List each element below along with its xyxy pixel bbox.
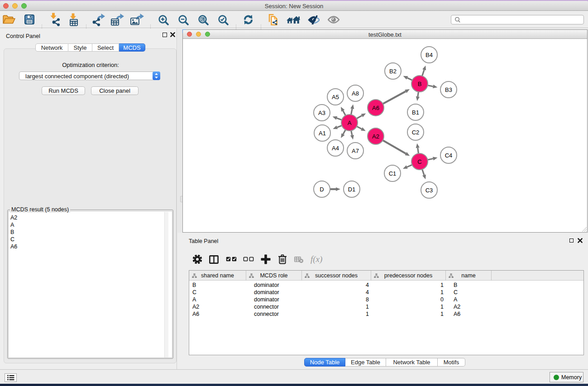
svg-text:C3: C3 [425, 187, 433, 194]
svg-text:B4: B4 [425, 52, 433, 58]
svg-text:A4: A4 [332, 145, 339, 152]
svg-text:C4: C4 [445, 152, 453, 159]
svg-text:A7: A7 [352, 148, 359, 154]
svg-text:A1: A1 [319, 130, 326, 137]
svg-text:B: B [418, 81, 422, 87]
svg-text:A8: A8 [352, 90, 359, 97]
svg-text:B2: B2 [389, 68, 397, 75]
svg-text:B1: B1 [412, 109, 419, 116]
svg-text:C1: C1 [389, 170, 397, 177]
svg-text:C2: C2 [412, 129, 420, 136]
svg-text:A5: A5 [332, 94, 339, 100]
svg-text:A3: A3 [318, 110, 325, 116]
svg-text:C: C [417, 158, 421, 165]
svg-text:D: D [320, 186, 324, 193]
svg-text:D1: D1 [348, 186, 356, 193]
svg-text:A2: A2 [372, 133, 379, 140]
svg-text:A6: A6 [372, 105, 379, 111]
svg-text:B3: B3 [445, 86, 452, 93]
svg-text:A: A [348, 119, 352, 126]
